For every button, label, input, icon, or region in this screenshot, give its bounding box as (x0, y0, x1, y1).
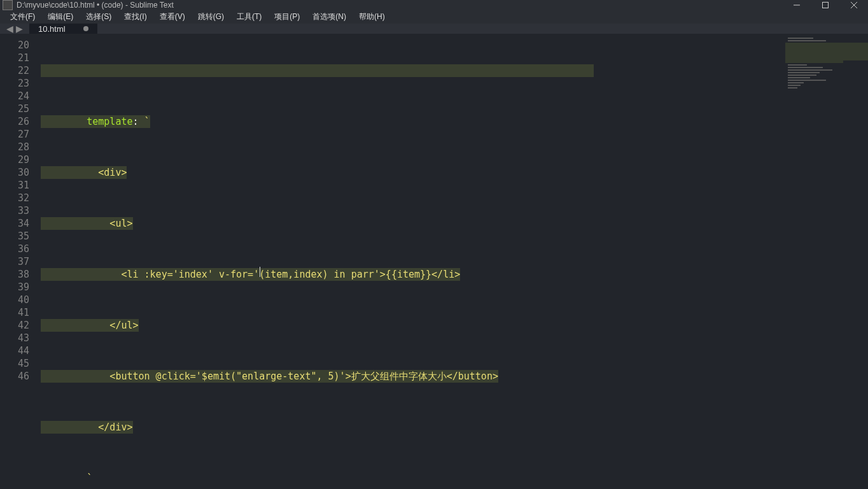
minimize-button[interactable] (782, 0, 811, 10)
menu-find[interactable]: 查找(I) (118, 10, 153, 24)
close-button[interactable] (839, 0, 868, 10)
menu-goto[interactable]: 跳转(G) (192, 10, 230, 24)
menu-edit[interactable]: 编辑(E) (41, 10, 80, 24)
nav-forward-icon[interactable]: ▶ (16, 24, 23, 34)
tab-label: 10.html (38, 24, 66, 34)
editor[interactable]: 2021222324252627282930313233343536373839… (0, 34, 868, 489)
code-area[interactable]: template: ` <div> <ul> <li :key='index' … (34, 34, 868, 489)
text-cursor-icon (260, 267, 260, 277)
titlebar[interactable]: D:\myvue\code\10.html • (code) - Sublime… (0, 0, 868, 10)
maximize-button[interactable] (811, 0, 839, 10)
menu-tools[interactable]: 工具(T) (230, 10, 268, 24)
gutter[interactable]: 2021222324252627282930313233343536373839… (0, 34, 34, 489)
nav-back-icon[interactable]: ◀ (6, 24, 13, 34)
menubar: 文件(F) 编辑(E) 选择(S) 查找(I) 查看(V) 跳转(G) 工具(T… (0, 10, 868, 24)
minimap[interactable] (785, 34, 868, 489)
window-title: D:\myvue\code\10.html • (code) - Sublime… (17, 1, 782, 10)
toolbar: ◀ ▶ 10.html (0, 24, 868, 34)
menu-help[interactable]: 帮助(H) (353, 10, 391, 24)
menu-view[interactable]: 查看(V) (153, 10, 192, 24)
app-window: D:\myvue\code\10.html • (code) - Sublime… (0, 0, 868, 489)
app-icon (3, 0, 13, 10)
menu-project[interactable]: 项目(P) (268, 10, 306, 24)
menu-preferences[interactable]: 首选项(N) (306, 10, 353, 24)
menu-file[interactable]: 文件(F) (4, 10, 41, 24)
svg-rect-1 (822, 3, 828, 8)
nav-arrows: ◀ ▶ (0, 24, 29, 34)
tab-dirty-icon (83, 26, 88, 31)
tab-file[interactable]: 10.html (29, 24, 97, 34)
menu-selection[interactable]: 选择(S) (80, 10, 118, 24)
